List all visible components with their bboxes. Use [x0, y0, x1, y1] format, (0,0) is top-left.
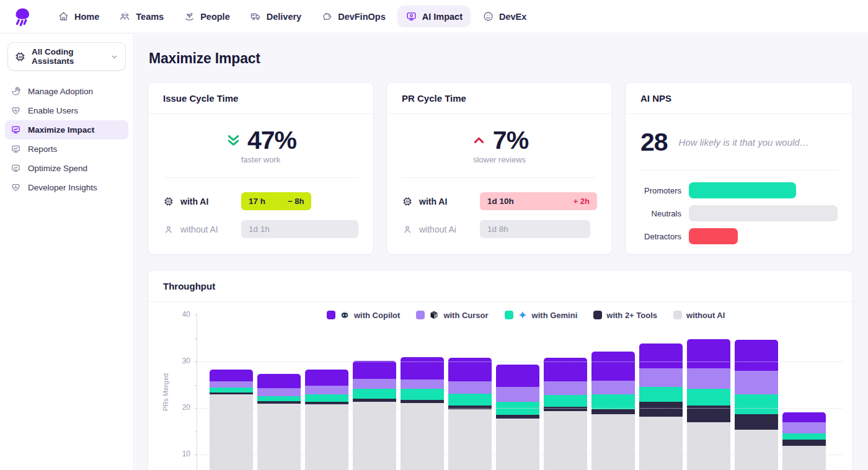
bar-segment-with-gemini	[735, 394, 778, 414]
bar-segment-with-cursor	[782, 422, 826, 433]
metric-row-label: without AI	[163, 224, 241, 235]
sidebar-item-optimize-spend[interactable]: Optimize Spend	[5, 159, 128, 178]
chevron-up-icon	[471, 132, 487, 149]
bar-segment-with-copilot	[257, 374, 301, 388]
bar-segment-with-cursor	[591, 381, 635, 395]
nav-item-delivery[interactable]: Delivery	[242, 6, 309, 27]
sidebar: AI All Coding Assistants Manage Adoption…	[0, 34, 134, 470]
coding-assistants-dropdown[interactable]: AI All Coding Assistants	[7, 42, 126, 71]
bar-column	[448, 358, 492, 470]
bar-segment-with-gemini	[448, 394, 492, 406]
pr-cycle-delta-value: 7%	[493, 126, 528, 154]
chart-legend: with Copilotwith Cursorwith Geminiwith 2…	[327, 310, 725, 320]
pr-cycle-subtitle: slower reviews	[387, 155, 612, 164]
chip-ai-icon: AI	[402, 196, 413, 207]
nav-item-teams[interactable]: Teams	[111, 6, 172, 27]
bar-segment-with-copilot	[687, 339, 730, 368]
bar-segment-with-cursor	[687, 368, 730, 388]
duration-pill: 17 h− 8h	[241, 192, 311, 210]
card-header: PR Cycle Time	[387, 82, 612, 114]
dropdown-label: All Coding Assistants	[32, 47, 104, 66]
svg-text:AI: AI	[167, 200, 170, 203]
heart-pulse-icon	[11, 105, 21, 116]
sidebar-item-label: Enable Users	[28, 106, 78, 115]
bar-column	[591, 352, 635, 470]
home-icon	[58, 11, 69, 22]
bar-segment-without-ai	[305, 404, 348, 470]
bar-column	[544, 358, 587, 470]
nps-row-label: Detractors	[640, 232, 681, 241]
bar-column	[257, 374, 301, 470]
nav-item-people[interactable]: People	[175, 6, 238, 27]
duration-pill: 1d 1h	[241, 220, 358, 238]
legend-label: with Gemini	[532, 311, 578, 320]
chip-ai-icon: AI	[163, 196, 174, 207]
pill-value: 17 h	[249, 197, 265, 206]
sidebar-item-reports[interactable]: Reports	[5, 140, 128, 159]
bar-segment-with-2-tools	[544, 407, 587, 412]
bar-column	[687, 339, 730, 470]
legend-label: with 2+ Tools	[606, 311, 657, 320]
nps-row-neutrals: Neutrals	[640, 205, 838, 221]
legend-item-with-cursor: with Cursor	[416, 310, 488, 320]
issue-cycle-stat: 47% faster work	[148, 126, 373, 164]
legend-item-with-2-tools: with 2+ Tools	[593, 311, 657, 320]
bar-segment-with-copilot	[782, 412, 826, 422]
sidebar-item-manage-adoption[interactable]: Manage Adoption	[5, 82, 128, 101]
y-tick-30: 30	[153, 357, 190, 365]
card-header: AI NPS	[626, 82, 852, 114]
legend-swatch	[673, 311, 682, 319]
nav-item-home[interactable]: Home	[50, 6, 107, 27]
sidebar-items: Manage AdoptionEnable UsersMaximize Impa…	[0, 82, 133, 197]
metric-row-without-ai: without Ai1d 8h	[402, 220, 597, 238]
metric-row-label: AIwith AI	[402, 196, 480, 207]
metric-label-text: with AI	[419, 197, 447, 206]
bar-segment-with-2-tools	[639, 402, 683, 416]
nav-item-ai-impact[interactable]: AI Impact	[397, 6, 471, 27]
main-content: Maximize Impact Issue Cycle Time 47% fas…	[135, 34, 868, 470]
bar-segment-with-copilot	[496, 365, 539, 388]
heart-pulse-icon	[11, 182, 21, 193]
pill-track: 1d 1h	[241, 220, 358, 238]
card-title: AI NPS	[640, 93, 671, 104]
metric-row-label: AIwith AI	[163, 196, 241, 207]
nav-item-devfinops[interactable]: DevFinOps	[313, 6, 394, 27]
teams-icon	[119, 11, 131, 22]
sidebar-item-label: Manage Adoption	[28, 87, 93, 96]
top-nav: HomeTeamsPeopleDeliveryDevFinOpsAI Impac…	[0, 0, 868, 33]
y-axis-tick-mark	[194, 385, 197, 386]
bar-column	[401, 357, 444, 470]
sidebar-item-label: Reports	[28, 144, 57, 154]
pill-track: 17 h− 8h	[241, 192, 358, 210]
issue-cycle-delta-value: 47%	[247, 126, 296, 154]
issue-cycle-subtitle: faster work	[148, 155, 373, 164]
nps-row-promoters: Promoters	[640, 182, 838, 198]
bar-segment-without-ai	[210, 394, 253, 470]
metric-label-text: without AI	[180, 224, 218, 234]
sidebar-item-enable-users[interactable]: Enable Users	[5, 101, 128, 120]
duration-pill: 1d 10h+ 2h	[480, 192, 597, 210]
duration-pill: 1d 8h	[480, 220, 590, 238]
bar-segment-without-ai	[591, 414, 635, 470]
y-axis-line	[197, 313, 197, 470]
ai-nps-card: AI NPS 28 How likely is it that you woul…	[625, 82, 853, 255]
sidebar-item-maximize-impact[interactable]: Maximize Impact	[5, 120, 128, 140]
brand-logo-icon[interactable]	[12, 6, 32, 27]
card-header: Issue Cycle Time	[148, 82, 373, 114]
sidebar-item-developer-insights[interactable]: Developer Insights	[5, 178, 128, 197]
metric-row-with-ai: AIwith AI17 h− 8h	[163, 192, 358, 210]
gridline-20	[197, 408, 843, 409]
chevron-down-icon	[110, 52, 119, 61]
nav-item-devex[interactable]: DevEx	[474, 6, 534, 27]
bar-segment-with-copilot	[210, 370, 253, 381]
y-axis-tick-mark	[194, 315, 197, 316]
y-axis-tick-mark	[194, 408, 197, 409]
legend-label: with Copilot	[354, 311, 400, 320]
pr-cycle-time-card: PR Cycle Time 7% slower reviews AIwith A…	[386, 82, 613, 255]
metric-cards-row: Issue Cycle Time 47% faster work AIwith …	[148, 82, 853, 255]
person-icon	[402, 224, 413, 235]
pill-delta: + 2h	[574, 197, 590, 206]
card-title: PR Cycle Time	[402, 93, 466, 104]
y-axis-tick-mark	[194, 339, 197, 339]
nps-question: How likely is it that you would…	[679, 137, 809, 148]
